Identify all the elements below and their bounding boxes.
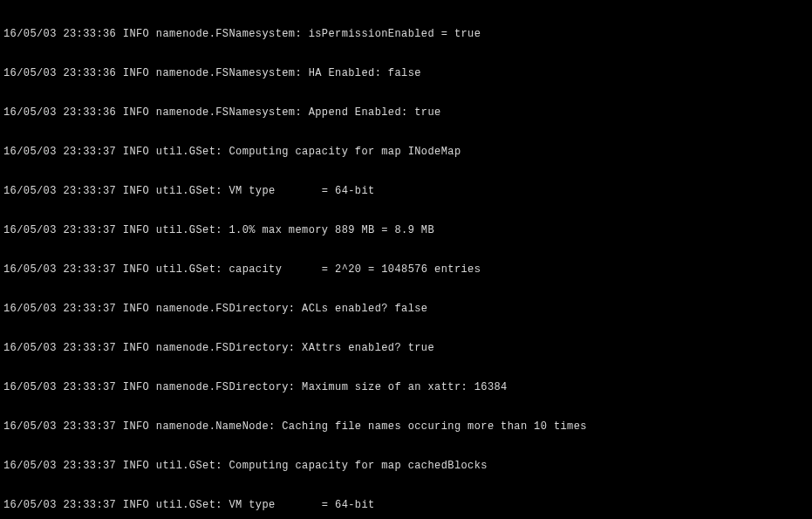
log-line: 16/05/03 23:33:37 INFO util.GSet: capaci… (3, 263, 809, 277)
log-line: 16/05/03 23:33:37 INFO util.GSet: 1.0% m… (3, 224, 809, 237)
terminal-output[interactable]: 16/05/03 23:33:36 INFO namenode.FSNamesy… (0, 0, 812, 519)
log-line: 16/05/03 23:33:36 INFO namenode.FSNamesy… (3, 106, 809, 120)
log-line: 16/05/03 23:33:36 INFO namenode.FSNamesy… (3, 67, 809, 80)
log-line: 16/05/03 23:33:37 INFO util.GSet: VM typ… (3, 499, 809, 512)
log-line: 16/05/03 23:33:37 INFO namenode.NameNode… (3, 420, 809, 434)
log-line: 16/05/03 23:33:37 INFO util.GSet: Comput… (3, 460, 809, 473)
log-line: 16/05/03 23:33:37 INFO namenode.FSDirect… (3, 381, 809, 394)
log-line: 16/05/03 23:33:37 INFO util.GSet: VM typ… (3, 185, 809, 198)
log-line: 16/05/03 23:33:36 INFO namenode.FSNamesy… (3, 28, 809, 41)
log-line: 16/05/03 23:33:37 INFO namenode.FSDirect… (3, 342, 809, 355)
log-line: 16/05/03 23:33:37 INFO util.GSet: Comput… (3, 146, 809, 159)
log-line: 16/05/03 23:33:37 INFO namenode.FSDirect… (3, 303, 809, 316)
